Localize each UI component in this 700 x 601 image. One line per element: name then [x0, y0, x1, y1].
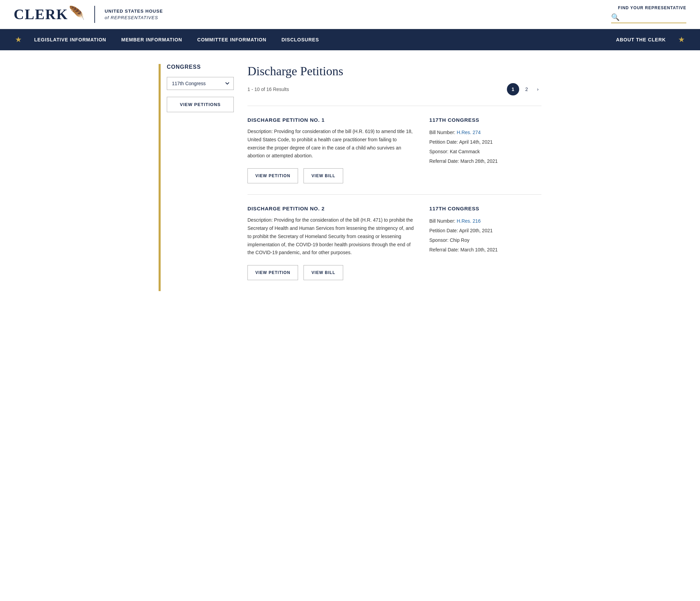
nav-bar: ★ LEGISLATIVE INFORMATION MEMBER INFORMA…	[0, 29, 700, 50]
petition-1-petition-date-value: April 14th, 2021	[459, 139, 493, 145]
referral-date-label: Referral Date:	[429, 158, 459, 164]
referral-date-label-2: Referral Date:	[429, 247, 459, 252]
petition-1-description: Description: Providing for consideration…	[247, 128, 416, 160]
petition-2-view-petition-button[interactable]: VIEW PETITION	[247, 265, 298, 280]
bill-number-label: Bill Number:	[429, 130, 455, 135]
petition-2-petition-date: Petition Date: April 20th, 2021	[429, 226, 541, 235]
petition-2-referral-date: Referral Date: March 10th, 2021	[429, 245, 541, 254]
nav-star-left-icon: ★	[10, 29, 27, 50]
logo-area: CLERK 🪶 UNITED STATES HOUSE of REPRESENT…	[14, 6, 163, 23]
sponsor-label-2: Sponsor:	[429, 237, 448, 243]
petition-date-label: Petition Date:	[429, 139, 458, 145]
view-petitions-button[interactable]: VIEW PETITIONS	[167, 97, 234, 112]
results-bar: 1 - 10 of 16 Results 1 2 ›	[247, 83, 541, 95]
petition-2-referral-date-value: March 10th, 2021	[460, 247, 498, 252]
find-rep-label: FIND YOUR REPRESENTATIVE	[618, 5, 686, 10]
header-right: FIND YOUR REPRESENTATIVE 🔍	[611, 5, 686, 23]
logo-feather-icon: 🪶	[69, 5, 85, 21]
page-btn-1[interactable]: 1	[507, 83, 519, 95]
search-input[interactable]	[620, 14, 686, 21]
petition-2-side: 117TH CONGRESS Bill Number: H.Res. 216 P…	[429, 206, 541, 280]
petition-card-1: DISCHARGE PETITION NO. 1 Description: Pr…	[247, 106, 541, 194]
nav-item-disclosures[interactable]: DISCLOSURES	[274, 29, 326, 50]
congress-select[interactable]: 117th Congress 116th Congress 115th Cong…	[167, 77, 234, 90]
petition-1-bill-link[interactable]: H.Res. 274	[457, 130, 481, 135]
nav-item-committee[interactable]: COMMITTEE INFORMATION	[190, 29, 274, 50]
nav-item-legislative[interactable]: LEGISLATIVE INFORMATION	[27, 29, 114, 50]
petition-card-2: DISCHARGE PETITION NO. 2 Description: Pr…	[247, 194, 541, 291]
petition-1-view-petition-button[interactable]: VIEW PETITION	[247, 168, 298, 183]
sidebar: CONGRESS 117th Congress 116th Congress 1…	[159, 64, 234, 291]
petition-1-bill-number: Bill Number: H.Res. 274	[429, 128, 541, 137]
petition-2-main: DISCHARGE PETITION NO. 2 Description: Pr…	[247, 206, 416, 280]
petition-1-sponsor-value: Kat Cammack	[450, 149, 480, 154]
search-icon: 🔍	[611, 13, 620, 21]
petition-1-buttons: VIEW PETITION VIEW BILL	[247, 168, 416, 183]
sponsor-label: Sponsor:	[429, 149, 448, 154]
results-text: 1 - 10 of 16 Results	[247, 87, 289, 92]
petition-date-label-2: Petition Date:	[429, 228, 458, 233]
petition-1-sponsor: Sponsor: Kat Cammack	[429, 147, 541, 156]
petition-1-view-bill-button[interactable]: VIEW BILL	[304, 168, 343, 183]
page-btn-2[interactable]: 2	[521, 83, 533, 95]
logo-line1: UNITED STATES HOUSE	[105, 8, 163, 15]
content-area: Discharge Petitions 1 - 10 of 16 Results…	[247, 64, 541, 291]
petition-2-congress-label: 117TH CONGRESS	[429, 206, 541, 211]
sidebar-title: CONGRESS	[167, 64, 234, 70]
petition-1-referral-date-value: March 26th, 2021	[460, 158, 498, 164]
logo-divider	[94, 6, 95, 23]
petition-2-description: Description: Providing for the considera…	[247, 216, 416, 257]
petition-2-petition-date-value: April 20th, 2021	[459, 228, 493, 233]
site-header: CLERK 🪶 UNITED STATES HOUSE of REPRESENT…	[0, 0, 700, 29]
logo-text: CLERK	[14, 6, 68, 23]
petition-2-bill-number: Bill Number: H.Res. 216	[429, 216, 541, 226]
pagination-next-icon[interactable]: ›	[534, 85, 541, 94]
bill-number-label-2: Bill Number:	[429, 218, 455, 224]
search-box[interactable]: 🔍	[611, 12, 686, 23]
pagination: 1 2 ›	[507, 83, 541, 95]
petition-1-congress-label: 117TH CONGRESS	[429, 117, 541, 123]
petition-2-sponsor-value: Chip Roy	[450, 237, 470, 243]
petition-2-title: DISCHARGE PETITION NO. 2	[247, 206, 416, 211]
petition-1-main: DISCHARGE PETITION NO. 1 Description: Pr…	[247, 117, 416, 183]
petition-1-title: DISCHARGE PETITION NO. 1	[247, 117, 416, 123]
petition-1-side: 117TH CONGRESS Bill Number: H.Res. 274 P…	[429, 117, 541, 183]
page-title: Discharge Petitions	[247, 64, 541, 78]
main-content: CONGRESS 117th Congress 116th Congress 1…	[145, 50, 555, 305]
petition-1-petition-date: Petition Date: April 14th, 2021	[429, 137, 541, 147]
nav-item-member[interactable]: MEMBER INFORMATION	[114, 29, 190, 50]
petition-2-bill-link[interactable]: H.Res. 216	[457, 218, 481, 224]
petition-2-sponsor: Sponsor: Chip Roy	[429, 235, 541, 245]
logo-line2: of REPRESENTATIVES	[105, 14, 163, 21]
logo-subtitle: UNITED STATES HOUSE of REPRESENTATIVES	[105, 8, 163, 21]
nav-item-about[interactable]: ABOUT THE CLERK	[608, 29, 673, 50]
petition-2-view-bill-button[interactable]: VIEW BILL	[304, 265, 343, 280]
petition-1-referral-date: Referral Date: March 26th, 2021	[429, 156, 541, 166]
nav-star-right-icon: ★	[673, 29, 690, 50]
petition-2-buttons: VIEW PETITION VIEW BILL	[247, 265, 416, 280]
